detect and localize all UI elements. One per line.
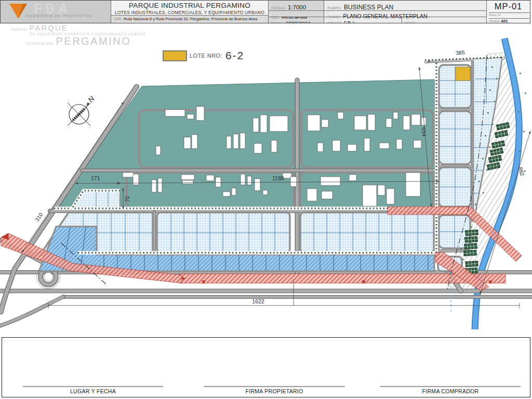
sheet-code: MP-01 <box>487 2 530 11</box>
lot-legend-label: LOTE NRO: <box>190 52 222 59</box>
project-title: PARQUE INDUSTRIAL PERGAMINO <box>111 2 268 9</box>
signature-caption: FIRMA COMPRADOR <box>380 387 521 394</box>
signature-caption: LUGAR Y FECHA <box>23 387 163 394</box>
masterplan-sheet: { "title_block": { "logo": {"company": "… <box>0 0 532 399</box>
park-watermark: NUEVO PARQUE DE INDUSTRIAS COMERCIOS Y E… <box>11 24 146 47</box>
dibujo-label: DIBUJO: <box>327 21 342 23</box>
escala-label: ESCALA: <box>271 6 285 10</box>
sheet-number-label: Plano N° <box>489 12 529 17</box>
north-compass: N <box>68 94 96 126</box>
plan-info-cell: RUBRO: BUSINESS PLAN PLANO: PLANO GENERA… <box>324 1 487 23</box>
lot-color-swatch <box>163 50 187 61</box>
dim-534: 534 <box>420 127 428 137</box>
dim-1188: 1188 <box>272 175 284 181</box>
logo-tagline: INGENIERIA DE PROYECTOS <box>25 14 92 18</box>
dim-171: 171 <box>91 175 100 181</box>
lot-6-2-highlight <box>456 67 470 81</box>
escala-value: 1:7000 <box>288 4 306 10</box>
dim-1622: 1622 <box>252 298 264 304</box>
dim-310: 310 <box>34 211 44 222</box>
title-block: FBA INGENIERIA DE PROYECTOS PARQUE INDUS… <box>0 0 530 23</box>
signature-field-place-date: LUGAR Y FECHA <box>23 386 163 394</box>
watermark-prefix1: NUEVO <box>11 28 27 31</box>
watermark-prefix3: CIUDAD DE <box>26 41 54 46</box>
lot-legend-value: 6-2 <box>225 49 244 62</box>
watermark-title1: PARQUE <box>29 23 68 32</box>
dim-385: 385 <box>456 49 465 56</box>
project-title-cell: PARQUE INDUSTRIAL PERGAMINO LOTES INDUST… <box>111 1 269 23</box>
dir-label: DIR: <box>114 17 123 21</box>
logo-cell: FBA INGENIERIA DE PROYECTOS <box>1 1 111 23</box>
dim-882: 882 <box>517 166 526 177</box>
rubro-value: BUSINESS PLAN <box>344 4 393 11</box>
scale-cell: ESCALA: 1:7000 CAD: PPR-001-MP-0429 FECH… <box>269 1 324 23</box>
signature-field-owner: FIRMA PROPIETARIO <box>204 386 345 394</box>
sheet-number-cell: MP-01 Plano N° Version A01 <box>487 1 530 23</box>
lot-row-grid <box>42 212 434 252</box>
lot-legend: LOTE NRO: 6-2 <box>163 49 244 62</box>
fecha-value: 07/05/2024 <box>286 20 311 23</box>
rubro-label: RUBRO: <box>327 6 341 10</box>
watermark-title3: PERGAMINO <box>56 35 131 47</box>
version-label: Version <box>489 19 500 23</box>
dir-value: Ruta Nacional 8 y Ruta Provincial 32, Pe… <box>124 17 257 21</box>
signature-field-buyer: FIRMA COMPRADOR <box>380 386 521 394</box>
dim-70: 70 <box>124 196 130 202</box>
project-subtitle: LOTES INDUSTRIALES, COMERCIALES, Y EQUIP… <box>111 10 268 15</box>
signature-box: LUGAR Y FECHA FIRMA PROPIETARIO FIRMA CO… <box>2 337 530 397</box>
signature-caption: FIRMA PROPIETARIO <box>204 387 345 394</box>
version-value: A01 <box>501 19 508 23</box>
dibujo-value: F.B.A. <box>344 20 356 23</box>
nota-label: NOTA: <box>405 21 416 23</box>
fecha-label: FECHA: <box>271 22 284 23</box>
